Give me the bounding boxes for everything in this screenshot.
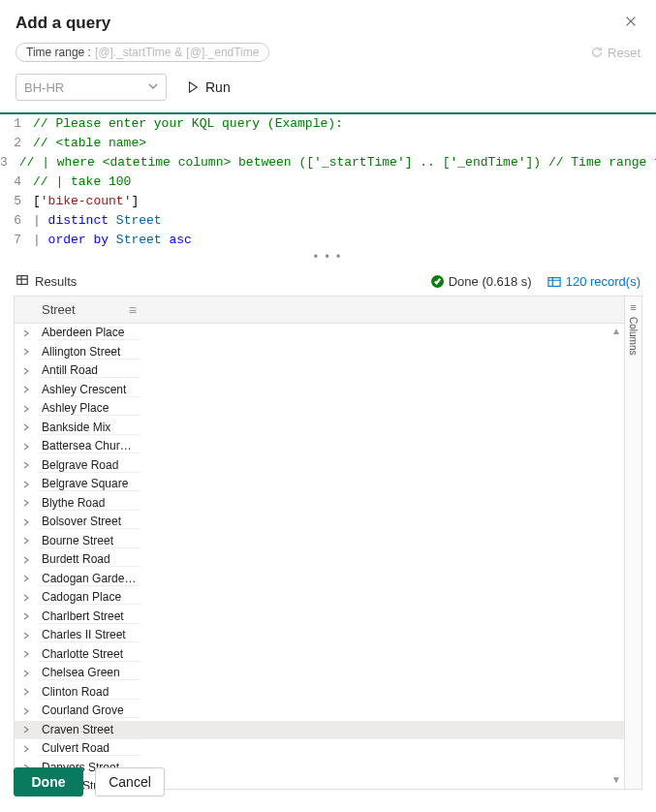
expand-row-icon[interactable]: [15, 594, 38, 602]
street-cell: Charlbert Street: [38, 609, 141, 624]
line-number: 3: [0, 153, 19, 172]
table-row[interactable]: Cadogan Place: [15, 588, 624, 608]
expand-row-icon[interactable]: [15, 405, 38, 413]
reset-icon: [590, 46, 604, 59]
done-check-icon: [431, 275, 444, 288]
expand-row-icon[interactable]: [15, 481, 38, 488]
street-cell: Bankside Mix: [38, 421, 141, 435]
expand-row-icon[interactable]: [15, 688, 38, 696]
columns-panel-label: Columns: [628, 317, 639, 355]
dialog-title: Add a query: [16, 14, 110, 33]
end-time-token: [@]._endTime: [186, 46, 259, 59]
table-row[interactable]: Battersea Church Road: [15, 437, 624, 456]
columns-panel-toggle[interactable]: ≡ Columns: [624, 297, 641, 789]
table-row[interactable]: Charlbert Street: [15, 608, 624, 627]
code-content: // <table name>: [33, 134, 656, 153]
table-row[interactable]: Belgrave Road: [15, 456, 624, 476]
table-row[interactable]: Burdett Road: [15, 550, 624, 570]
street-cell: Allington Street: [38, 345, 141, 359]
expand-row-icon[interactable]: [15, 329, 38, 337]
table-row[interactable]: Charlotte Street: [15, 645, 624, 665]
expand-row-icon[interactable]: [15, 367, 38, 375]
street-cell: Ashley Crescent: [38, 383, 141, 397]
grid-header: Street ≡: [15, 297, 624, 324]
expand-row-icon[interactable]: [15, 461, 38, 469]
street-cell: Courland Grove: [38, 703, 141, 718]
expand-row-icon[interactable]: [15, 499, 38, 507]
time-range-pill[interactable]: Time range : [@]._startTime & [@]._endTi…: [16, 43, 269, 62]
table-row[interactable]: Antill Road: [15, 361, 624, 381]
table-row[interactable]: Charles II Street: [15, 626, 624, 645]
line-number: 2: [0, 134, 33, 153]
column-header-street[interactable]: Street ≡: [38, 302, 141, 318]
code-content: | distinct Street: [33, 211, 656, 231]
street-cell: Cadogan Gardens: [38, 572, 141, 586]
expand-row-icon[interactable]: [15, 575, 38, 582]
street-cell: Cadogan Place: [38, 590, 141, 605]
reset-label: Reset: [608, 46, 640, 60]
table-row[interactable]: Allington Street: [15, 343, 624, 362]
line-number: 5: [0, 192, 33, 211]
expand-row-icon[interactable]: [15, 556, 38, 564]
expand-row-icon[interactable]: [15, 707, 38, 715]
expand-row-icon[interactable]: [15, 537, 38, 545]
code-line: 1// Please enter your KQL query (Example…: [0, 114, 656, 134]
street-cell: Blythe Road: [38, 496, 141, 511]
street-cell: Craven Street: [38, 723, 141, 737]
expand-row-icon[interactable]: [15, 632, 38, 640]
close-button[interactable]: [621, 15, 640, 32]
expand-row-icon[interactable]: [15, 348, 38, 356]
code-content: ['bike-count']: [33, 192, 656, 211]
street-cell: Belgrave Square: [38, 477, 141, 491]
table-row[interactable]: Ashley Place: [15, 399, 624, 419]
street-cell: Aberdeen Place: [38, 326, 141, 340]
expand-row-icon[interactable]: [15, 612, 38, 620]
line-number: 1: [0, 114, 33, 134]
column-header-label: Street: [42, 302, 76, 317]
table-row[interactable]: Blythe Road: [15, 494, 624, 514]
results-scroll[interactable]: Street ≡ Aberdeen PlaceAllington StreetA…: [15, 297, 624, 789]
play-icon: [186, 80, 200, 94]
expand-row-icon[interactable]: [15, 443, 38, 451]
expand-row-icon[interactable]: [15, 386, 38, 393]
code-content: | order by Street asc: [33, 231, 656, 250]
table-row[interactable]: Craven Street: [15, 721, 624, 740]
expand-row-icon[interactable]: [15, 670, 38, 677]
expand-row-icon[interactable]: [15, 650, 38, 658]
code-content: // | where <datetime column> between (['…: [19, 153, 656, 172]
table-row[interactable]: Bourne Street: [15, 532, 624, 551]
scope-dropdown[interactable]: BH-HR: [16, 74, 167, 101]
table-row[interactable]: Bolsover Street: [15, 513, 624, 532]
expand-row-icon[interactable]: [15, 745, 38, 753]
svg-rect-1: [548, 277, 560, 286]
chevron-down-icon: [148, 81, 158, 93]
table-row[interactable]: Clinton Road: [15, 683, 624, 703]
status-badge: Done (0.618 s): [431, 274, 532, 289]
street-cell: Ashley Place: [38, 401, 141, 416]
code-editor[interactable]: 1// Please enter your KQL query (Example…: [0, 114, 656, 250]
expand-row-icon[interactable]: [15, 726, 38, 734]
table-row[interactable]: Belgrave Square: [15, 475, 624, 494]
table-row[interactable]: Cadogan Gardens: [15, 570, 624, 589]
table-row[interactable]: Chelsea Green: [15, 664, 624, 683]
splitter-handle[interactable]: • • •: [0, 250, 656, 267]
line-number: 4: [0, 172, 33, 192]
street-cell: Battersea Church Road: [38, 439, 141, 453]
expand-row-icon[interactable]: [15, 423, 38, 431]
street-cell: Burdett Road: [38, 552, 141, 567]
code-line: 3// | where <datetime column> between ([…: [0, 153, 656, 172]
cancel-button[interactable]: Cancel: [95, 767, 165, 796]
table-row[interactable]: Bankside Mix: [15, 419, 624, 438]
reset-button[interactable]: Reset: [590, 46, 640, 60]
column-menu-icon[interactable]: ≡: [129, 302, 137, 318]
expand-row-icon[interactable]: [15, 518, 38, 526]
table-row[interactable]: Courland Grove: [15, 702, 624, 721]
table-row[interactable]: Ashley Crescent: [15, 381, 624, 400]
done-button[interactable]: Done: [14, 767, 83, 796]
columns-icon: ≡: [630, 302, 636, 313]
table-row[interactable]: Aberdeen Place: [15, 324, 624, 343]
line-number: 7: [0, 231, 33, 250]
code-line: 7| order by Street asc: [0, 231, 656, 250]
run-button[interactable]: Run: [186, 79, 231, 95]
street-cell: Chelsea Green: [38, 666, 141, 680]
